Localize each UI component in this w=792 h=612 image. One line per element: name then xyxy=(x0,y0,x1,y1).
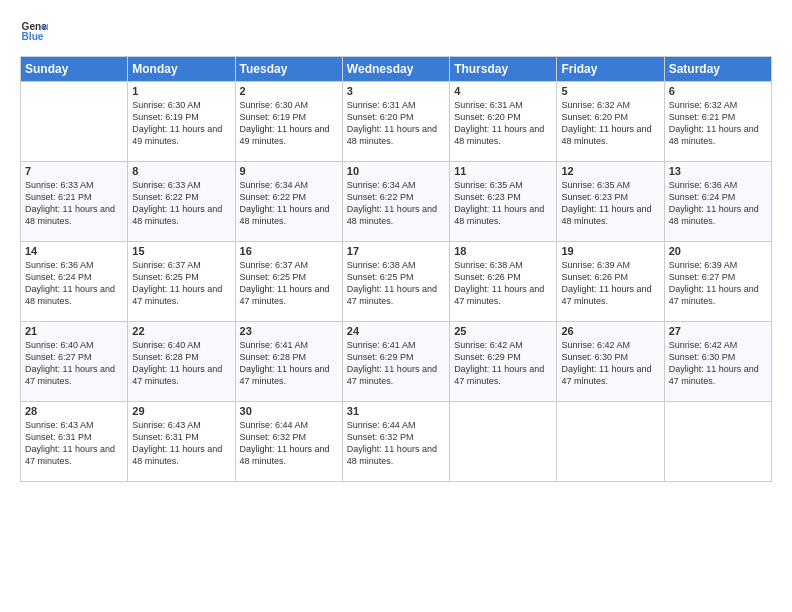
cell-info: Sunrise: 6:39 AMSunset: 6:26 PMDaylight:… xyxy=(561,260,651,306)
calendar-header-row: SundayMondayTuesdayWednesdayThursdayFrid… xyxy=(21,57,772,82)
calendar-cell xyxy=(557,402,664,482)
day-number: 17 xyxy=(347,245,445,257)
day-number: 18 xyxy=(454,245,552,257)
cell-info: Sunrise: 6:40 AMSunset: 6:27 PMDaylight:… xyxy=(25,340,115,386)
day-number: 5 xyxy=(561,85,659,97)
day-number: 11 xyxy=(454,165,552,177)
cell-info: Sunrise: 6:43 AMSunset: 6:31 PMDaylight:… xyxy=(132,420,222,466)
day-number: 25 xyxy=(454,325,552,337)
day-number: 13 xyxy=(669,165,767,177)
calendar-cell: 15Sunrise: 6:37 AMSunset: 6:25 PMDayligh… xyxy=(128,242,235,322)
day-number: 9 xyxy=(240,165,338,177)
calendar-table: SundayMondayTuesdayWednesdayThursdayFrid… xyxy=(20,56,772,482)
cell-info: Sunrise: 6:31 AMSunset: 6:20 PMDaylight:… xyxy=(454,100,544,146)
day-number: 16 xyxy=(240,245,338,257)
header-day-monday: Monday xyxy=(128,57,235,82)
cell-info: Sunrise: 6:39 AMSunset: 6:27 PMDaylight:… xyxy=(669,260,759,306)
cell-info: Sunrise: 6:35 AMSunset: 6:23 PMDaylight:… xyxy=(561,180,651,226)
calendar-cell: 25Sunrise: 6:42 AMSunset: 6:29 PMDayligh… xyxy=(450,322,557,402)
day-number: 2 xyxy=(240,85,338,97)
day-number: 1 xyxy=(132,85,230,97)
header-day-tuesday: Tuesday xyxy=(235,57,342,82)
calendar-cell: 17Sunrise: 6:38 AMSunset: 6:25 PMDayligh… xyxy=(342,242,449,322)
day-number: 23 xyxy=(240,325,338,337)
day-number: 14 xyxy=(25,245,123,257)
calendar-cell: 21Sunrise: 6:40 AMSunset: 6:27 PMDayligh… xyxy=(21,322,128,402)
cell-info: Sunrise: 6:34 AMSunset: 6:22 PMDaylight:… xyxy=(240,180,330,226)
cell-info: Sunrise: 6:37 AMSunset: 6:25 PMDaylight:… xyxy=(132,260,222,306)
day-number: 12 xyxy=(561,165,659,177)
calendar-cell: 3Sunrise: 6:31 AMSunset: 6:20 PMDaylight… xyxy=(342,82,449,162)
cell-info: Sunrise: 6:32 AMSunset: 6:20 PMDaylight:… xyxy=(561,100,651,146)
calendar-cell: 1Sunrise: 6:30 AMSunset: 6:19 PMDaylight… xyxy=(128,82,235,162)
calendar-week-4: 21Sunrise: 6:40 AMSunset: 6:27 PMDayligh… xyxy=(21,322,772,402)
cell-info: Sunrise: 6:36 AMSunset: 6:24 PMDaylight:… xyxy=(669,180,759,226)
logo: General Blue xyxy=(20,18,48,46)
calendar-cell: 19Sunrise: 6:39 AMSunset: 6:26 PMDayligh… xyxy=(557,242,664,322)
day-number: 4 xyxy=(454,85,552,97)
cell-info: Sunrise: 6:32 AMSunset: 6:21 PMDaylight:… xyxy=(669,100,759,146)
calendar-cell: 24Sunrise: 6:41 AMSunset: 6:29 PMDayligh… xyxy=(342,322,449,402)
svg-text:Blue: Blue xyxy=(22,31,44,42)
calendar-cell: 12Sunrise: 6:35 AMSunset: 6:23 PMDayligh… xyxy=(557,162,664,242)
day-number: 28 xyxy=(25,405,123,417)
calendar-cell: 20Sunrise: 6:39 AMSunset: 6:27 PMDayligh… xyxy=(664,242,771,322)
logo-icon: General Blue xyxy=(20,18,48,46)
header-day-wednesday: Wednesday xyxy=(342,57,449,82)
calendar-cell: 7Sunrise: 6:33 AMSunset: 6:21 PMDaylight… xyxy=(21,162,128,242)
cell-info: Sunrise: 6:41 AMSunset: 6:28 PMDaylight:… xyxy=(240,340,330,386)
day-number: 31 xyxy=(347,405,445,417)
calendar-cell: 9Sunrise: 6:34 AMSunset: 6:22 PMDaylight… xyxy=(235,162,342,242)
day-number: 30 xyxy=(240,405,338,417)
calendar-week-1: 1Sunrise: 6:30 AMSunset: 6:19 PMDaylight… xyxy=(21,82,772,162)
cell-info: Sunrise: 6:35 AMSunset: 6:23 PMDaylight:… xyxy=(454,180,544,226)
day-number: 29 xyxy=(132,405,230,417)
day-number: 20 xyxy=(669,245,767,257)
day-number: 8 xyxy=(132,165,230,177)
calendar-cell: 30Sunrise: 6:44 AMSunset: 6:32 PMDayligh… xyxy=(235,402,342,482)
calendar-cell: 18Sunrise: 6:38 AMSunset: 6:26 PMDayligh… xyxy=(450,242,557,322)
cell-info: Sunrise: 6:43 AMSunset: 6:31 PMDaylight:… xyxy=(25,420,115,466)
day-number: 3 xyxy=(347,85,445,97)
cell-info: Sunrise: 6:36 AMSunset: 6:24 PMDaylight:… xyxy=(25,260,115,306)
cell-info: Sunrise: 6:30 AMSunset: 6:19 PMDaylight:… xyxy=(132,100,222,146)
cell-info: Sunrise: 6:42 AMSunset: 6:30 PMDaylight:… xyxy=(561,340,651,386)
calendar-week-2: 7Sunrise: 6:33 AMSunset: 6:21 PMDaylight… xyxy=(21,162,772,242)
day-number: 21 xyxy=(25,325,123,337)
page-header: General Blue xyxy=(20,18,772,46)
header-day-thursday: Thursday xyxy=(450,57,557,82)
calendar-cell: 4Sunrise: 6:31 AMSunset: 6:20 PMDaylight… xyxy=(450,82,557,162)
day-number: 27 xyxy=(669,325,767,337)
day-number: 15 xyxy=(132,245,230,257)
cell-info: Sunrise: 6:30 AMSunset: 6:19 PMDaylight:… xyxy=(240,100,330,146)
calendar-cell: 10Sunrise: 6:34 AMSunset: 6:22 PMDayligh… xyxy=(342,162,449,242)
cell-info: Sunrise: 6:31 AMSunset: 6:20 PMDaylight:… xyxy=(347,100,437,146)
cell-info: Sunrise: 6:40 AMSunset: 6:28 PMDaylight:… xyxy=(132,340,222,386)
calendar-cell xyxy=(21,82,128,162)
calendar-cell: 26Sunrise: 6:42 AMSunset: 6:30 PMDayligh… xyxy=(557,322,664,402)
calendar-cell: 6Sunrise: 6:32 AMSunset: 6:21 PMDaylight… xyxy=(664,82,771,162)
day-number: 22 xyxy=(132,325,230,337)
cell-info: Sunrise: 6:42 AMSunset: 6:30 PMDaylight:… xyxy=(669,340,759,386)
calendar-week-5: 28Sunrise: 6:43 AMSunset: 6:31 PMDayligh… xyxy=(21,402,772,482)
cell-info: Sunrise: 6:41 AMSunset: 6:29 PMDaylight:… xyxy=(347,340,437,386)
cell-info: Sunrise: 6:33 AMSunset: 6:22 PMDaylight:… xyxy=(132,180,222,226)
day-number: 24 xyxy=(347,325,445,337)
calendar-cell: 8Sunrise: 6:33 AMSunset: 6:22 PMDaylight… xyxy=(128,162,235,242)
cell-info: Sunrise: 6:34 AMSunset: 6:22 PMDaylight:… xyxy=(347,180,437,226)
cell-info: Sunrise: 6:33 AMSunset: 6:21 PMDaylight:… xyxy=(25,180,115,226)
day-number: 19 xyxy=(561,245,659,257)
cell-info: Sunrise: 6:44 AMSunset: 6:32 PMDaylight:… xyxy=(347,420,437,466)
calendar-cell xyxy=(664,402,771,482)
calendar-cell: 22Sunrise: 6:40 AMSunset: 6:28 PMDayligh… xyxy=(128,322,235,402)
calendar-cell: 29Sunrise: 6:43 AMSunset: 6:31 PMDayligh… xyxy=(128,402,235,482)
day-number: 10 xyxy=(347,165,445,177)
calendar-cell: 2Sunrise: 6:30 AMSunset: 6:19 PMDaylight… xyxy=(235,82,342,162)
calendar-cell: 16Sunrise: 6:37 AMSunset: 6:25 PMDayligh… xyxy=(235,242,342,322)
calendar-cell xyxy=(450,402,557,482)
header-day-saturday: Saturday xyxy=(664,57,771,82)
calendar-cell: 31Sunrise: 6:44 AMSunset: 6:32 PMDayligh… xyxy=(342,402,449,482)
calendar-cell: 23Sunrise: 6:41 AMSunset: 6:28 PMDayligh… xyxy=(235,322,342,402)
cell-info: Sunrise: 6:38 AMSunset: 6:25 PMDaylight:… xyxy=(347,260,437,306)
cell-info: Sunrise: 6:38 AMSunset: 6:26 PMDaylight:… xyxy=(454,260,544,306)
